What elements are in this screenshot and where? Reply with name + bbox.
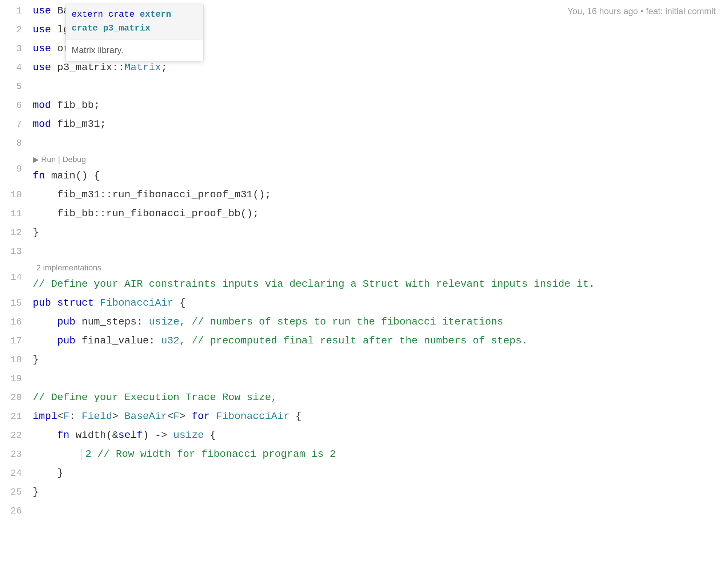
line-num-11: 11 [0, 204, 29, 223]
line-num-9: 9 [0, 153, 29, 185]
line-num-14: 14 [0, 261, 29, 294]
brace-open-9: { [94, 166, 100, 185]
code-line-11: fib_bb::run_fibonacci_proof_bb(); [29, 204, 723, 223]
code-content-6: fib_bb; [57, 96, 100, 115]
kw-for: for [192, 407, 216, 426]
code-line-7: mod fib_m31; [29, 115, 723, 134]
line-num-13: 13 [0, 242, 29, 261]
brace-close-18: } [33, 350, 39, 369]
line-num-3: 3 [0, 39, 29, 58]
type-usize-16: usize [149, 313, 179, 331]
line-num-16: 16 [0, 313, 29, 331]
code-line-5 [29, 77, 723, 96]
kw-fn: fn [33, 166, 51, 185]
amp-22: & [112, 426, 118, 445]
code-line-9: fn main() { [29, 166, 723, 185]
type-u32-17: u32 [161, 331, 179, 350]
line-num-10: 10 [0, 185, 29, 204]
type-usize-22: usize [173, 426, 204, 445]
kw-mod-1: mod [33, 96, 57, 115]
paren-close-22: ) -> [143, 426, 173, 445]
code-content-7: fib_m31; [57, 115, 106, 134]
type-Field: Field [81, 407, 112, 426]
fn-main: main() [51, 166, 94, 185]
brace-close-24: } [57, 464, 63, 483]
brace-open-21: { [289, 407, 302, 426]
tooltip-header: extern crate extern crate p3_matrix [66, 4, 203, 40]
line-num-18: 18 [0, 350, 29, 369]
brace-open-15: { [173, 294, 185, 313]
kw-pub-16: pub [57, 313, 81, 331]
line-num-7: 7 [0, 115, 29, 134]
punct-21d: < [167, 407, 173, 426]
indent-24 [33, 464, 57, 483]
line-num-17: 17 [0, 331, 29, 350]
fn-width: width( [76, 426, 112, 445]
code-line-20: // Define your Execution Trace Row size, [29, 388, 723, 407]
kw-use-1: use [33, 1, 57, 20]
code-line-19 [29, 369, 723, 388]
code-line-13 [29, 242, 723, 261]
code-line-24: } [29, 464, 723, 483]
line-num-24: 24 [0, 464, 29, 483]
line-num-4: 4 [0, 58, 29, 77]
kw-use-3: use [33, 39, 57, 58]
line-num-21: 21 [0, 407, 29, 426]
kw-fn-22: fn [57, 426, 75, 445]
code-line-21: impl<F: Field> BaseAir<F> for FibonacciA… [29, 407, 723, 426]
run-debug-label[interactable]: ▶ Run | Debug [33, 153, 86, 166]
code-content-16a [33, 313, 57, 331]
implementations-label: 2 implementations [33, 261, 101, 274]
line-num-23: 23 [0, 445, 29, 464]
type-fibonacciair: FibonacciAir [100, 294, 173, 313]
line-numbers: 1 2 3 4 5 6 7 8 9 10 11 12 13 14 15 16 1… [0, 0, 29, 588]
code-line-14: // Define your AIR constraints inputs vi… [29, 275, 723, 294]
kw-self: self [118, 426, 143, 445]
brace-open-22: { [204, 426, 216, 445]
kw-use-2: use [33, 20, 57, 39]
type-FibonacciAir2: FibonacciAir [216, 407, 289, 426]
line-num-12: 12 [0, 223, 29, 242]
line-num-8: 8 [0, 134, 29, 153]
brace-close-12: } [33, 223, 39, 242]
code-line-17: pub final_value: u32, // precomputed fin… [29, 331, 723, 350]
line-num-26: 26 [0, 502, 29, 520]
code-line-23: 2 // Row width for fibonacci program is … [29, 445, 723, 464]
type-F: F [63, 407, 69, 426]
type-BaseAir: BaseAir [124, 407, 167, 426]
kw-pub-17: pub [57, 331, 81, 350]
line-num-15: 15 [0, 294, 29, 313]
code-line-8 [29, 134, 723, 153]
kw-use-4: use [33, 58, 57, 77]
punct-21c: > [112, 407, 124, 426]
type-F2: F [173, 407, 180, 426]
run-debug-line: ▶ Run | Debug [29, 153, 723, 166]
line-num-5: 5 [0, 77, 29, 96]
comment-20: // Define your Execution Trace Row size, [33, 388, 277, 407]
kw-pub-struct: pub [33, 294, 57, 313]
code-content-14: // Define your AIR constraints inputs vi… [33, 275, 595, 294]
code-line-18: } [29, 350, 723, 369]
line-num-25: 25 [0, 483, 29, 502]
comment-16: , // numbers of steps to run the fibonac… [179, 313, 503, 331]
comment-23: // Row width for fibonacci program is 2 [97, 445, 336, 464]
number-2: 2 [85, 445, 97, 464]
code-content-17b: final_value: [81, 331, 161, 350]
tooltip-keyword: extern crate [72, 9, 140, 19]
code-line-22: fn width(&self) -> usize { [29, 426, 723, 445]
punct-21a: < [57, 407, 63, 426]
code-line-12: } [29, 223, 723, 242]
code-bar-23 [81, 448, 82, 460]
kw-struct: struct [57, 294, 100, 313]
kw-impl: impl [33, 407, 57, 426]
line-num-2: 2 [0, 20, 29, 39]
punct-21e: > [179, 407, 192, 426]
punct-21b: : [69, 407, 82, 426]
brace-close-25: } [33, 483, 39, 502]
code-line-25: } [29, 483, 723, 502]
line-num-20: 20 [0, 388, 29, 407]
line-num-6: 6 [0, 96, 29, 115]
code-line-26 [29, 502, 723, 520]
line-num-19: 19 [0, 369, 29, 388]
editor-container: 1 2 3 4 5 6 7 8 9 10 11 12 13 14 15 16 1… [0, 0, 723, 588]
